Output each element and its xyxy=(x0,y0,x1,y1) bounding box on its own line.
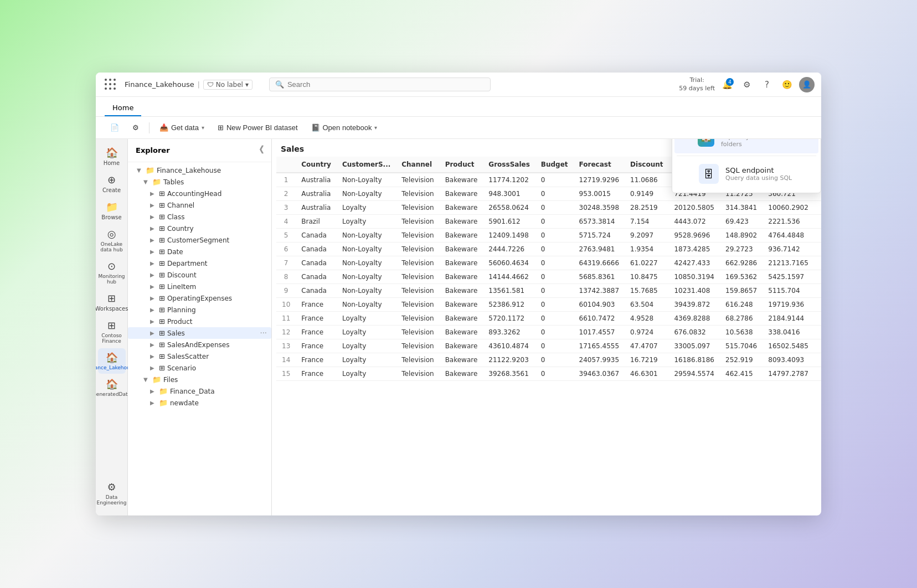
sidebar-item-label: Workspaces xyxy=(96,306,128,312)
sidebar-item-browse[interactable]: 📁 Browse xyxy=(98,198,126,224)
tree-node-lineitem[interactable]: ▶ ⊞ LineItem xyxy=(128,281,271,292)
node-label: OperatingExpenses xyxy=(167,295,267,302)
table-cell: 10231.408 xyxy=(668,284,720,298)
tree-node-product[interactable]: ▶ ⊞ Product xyxy=(128,316,271,327)
node-label: Scenario xyxy=(167,364,267,372)
table-cell: Non-Loyalty xyxy=(337,187,396,201)
app-launcher-icon[interactable] xyxy=(102,76,119,93)
col-channel[interactable]: Channel xyxy=(396,157,439,173)
col-forecast[interactable]: Forecast xyxy=(574,157,625,173)
expand-icon: ▶ xyxy=(150,353,157,359)
table-icon: ⊞ xyxy=(159,201,165,209)
expand-icon: ▶ xyxy=(150,295,157,301)
sidebar-item-generateddata[interactable]: 🏠 GeneratedData xyxy=(98,375,126,400)
sidebar-item-data-engineering[interactable]: ⚙ Data Engineering xyxy=(98,478,126,509)
node-label: AccountingHead xyxy=(167,190,267,198)
tree-node-country[interactable]: ▶ ⊞ Country xyxy=(128,223,271,234)
files-folder-icon: 📁 xyxy=(152,375,161,384)
tree-node-date[interactable]: ▶ ⊞ Date xyxy=(128,246,271,257)
dropdown-item-lakehouse[interactable]: ✓ 🏠 Lakehouse Explore your data files an… xyxy=(674,139,818,153)
table-cell: 16186.8186 xyxy=(668,353,720,367)
trial-info: Trial: 59 days left xyxy=(679,76,715,92)
node-label: Product xyxy=(167,318,267,326)
col-budget[interactable]: Budget xyxy=(535,157,574,173)
user-avatar[interactable]: 👤 xyxy=(799,77,815,92)
help-icon[interactable]: ? xyxy=(759,77,775,92)
tree-node-accountinghead[interactable]: ▶ ⊞ AccountingHead xyxy=(128,188,271,199)
table-cell: Canada xyxy=(296,284,337,298)
search-input[interactable] xyxy=(287,80,485,89)
finance-lak-icon: 🏠 xyxy=(106,352,118,363)
lakehouse-dropdown-icon: 🏠 xyxy=(698,139,714,147)
tree-node-class[interactable]: ▶ ⊞ Class xyxy=(128,211,271,223)
table-cell: 60104.903 xyxy=(574,298,625,312)
workspace-name[interactable]: Finance_Lakehouse xyxy=(125,80,194,89)
tree-node-tables[interactable]: ▼ 📁 Tables xyxy=(128,176,271,188)
col-discount[interactable]: Discount xyxy=(625,157,668,173)
expand-icon: ▶ xyxy=(150,237,157,243)
sidebar-item-workspaces[interactable]: ⊞ Workspaces xyxy=(98,289,126,315)
col-country[interactable]: Country xyxy=(296,157,337,173)
dropdown-item-sql-endpoint[interactable]: 🗄 SQL endpoint Query data using SQL xyxy=(674,158,818,189)
tree-node-department[interactable]: ▶ ⊞ Department xyxy=(128,257,271,269)
tree-node-channel[interactable]: ▶ ⊞ Channel xyxy=(128,199,271,211)
feedback-icon[interactable]: 🙂 xyxy=(779,77,795,92)
tree-node-operatingexpenses[interactable]: ▶ ⊞ OperatingExpenses xyxy=(128,292,271,304)
sidebar-item-create[interactable]: ⊕ Create xyxy=(98,171,126,197)
label-tag[interactable]: 🛡 No label ▾ xyxy=(203,80,253,90)
search-icon: 🔍 xyxy=(275,80,284,89)
sidebar-item-monitoring[interactable]: ⊙ Monitoring hub xyxy=(98,257,126,288)
tree-node-finance-lakehouse[interactable]: ▼ 📁 Finance_Lakehouse xyxy=(128,164,271,176)
table-icon: ⊞ xyxy=(159,259,165,267)
tree-node-files[interactable]: ▼ 📁 Files xyxy=(128,374,271,385)
search-box[interactable]: 🔍 xyxy=(269,78,491,91)
notifications-button[interactable]: 🔔 4 xyxy=(719,77,735,92)
tab-home[interactable]: Home xyxy=(105,100,141,116)
node-label: Planning xyxy=(167,306,267,314)
tree-node-customersegment[interactable]: ▶ ⊞ CustomerSegment xyxy=(128,234,271,246)
expand-icon: ▶ xyxy=(150,400,157,406)
expand-icon: ▼ xyxy=(143,376,150,383)
tree-node-newdate[interactable]: ▶ 📁 newdate xyxy=(128,397,271,409)
data-table-wrapper[interactable]: Country CustomerS... Channel Product Gro… xyxy=(272,157,821,515)
tree-node-scenario[interactable]: ▶ ⊞ Scenario xyxy=(128,362,271,374)
explorer-close-button[interactable]: 《 xyxy=(255,145,264,156)
open-notebook-button[interactable]: 📓 Open notebook ▾ xyxy=(306,121,383,134)
sidebar-item-label: Browse xyxy=(101,214,121,220)
table-cell: Bakeware xyxy=(440,229,483,243)
table-row: 14FranceLoyaltyTelevisionBakeware21122.9… xyxy=(276,353,821,367)
node-label: SalesScatter xyxy=(167,353,267,360)
shield-icon: 🛡 xyxy=(207,81,214,89)
get-data-button[interactable]: 📥 Get data ▾ xyxy=(154,121,210,134)
sidebar-item-home[interactable]: 🏠 Home xyxy=(98,143,126,169)
tree-node-salesscatter[interactable]: ▶ ⊞ SalesScatter xyxy=(128,350,271,362)
settings-icon[interactable]: ⚙ xyxy=(739,77,755,92)
sidebar-item-onelake[interactable]: ◎ OneLake data hub xyxy=(98,225,126,256)
tree-node-planning[interactable]: ▶ ⊞ Planning xyxy=(128,304,271,316)
expand-icon: ▶ xyxy=(150,283,157,290)
tree-node-sales[interactable]: ▶ ⊞ Sales ··· xyxy=(128,327,271,339)
tree-node-discount[interactable]: ▶ ⊞ Discount xyxy=(128,269,271,281)
table-row: 11FranceLoyaltyTelevisionBakeware5720.11… xyxy=(276,312,821,326)
node-more-button[interactable]: ··· xyxy=(260,329,267,337)
table-cell: Australia xyxy=(296,173,337,187)
sidebar-item-finance-lakehouse[interactable]: 🏠 Finance_Lakehouse xyxy=(98,348,126,374)
toolbar-icon-btn[interactable]: 📄 xyxy=(105,121,125,134)
tree-node-salesandexpenses[interactable]: ▶ ⊞ SalesAndExpenses xyxy=(128,339,271,350)
col-grosssales[interactable]: GrossSales xyxy=(483,157,535,173)
col-product[interactable]: Product xyxy=(440,157,483,173)
expand-icon: ▼ xyxy=(137,167,143,173)
new-powerbi-button[interactable]: ⊞ New Power BI dataset xyxy=(212,121,303,134)
explorer-title: Explorer xyxy=(136,146,170,154)
table-cell: Television xyxy=(396,312,439,326)
toolbar-settings-btn[interactable]: ⚙ xyxy=(127,121,145,134)
tree-node-finance-data[interactable]: ▶ 📁 Finance_Data xyxy=(128,385,271,397)
col-customersegment[interactable]: CustomerS... xyxy=(337,157,396,173)
col-rownum xyxy=(276,157,296,173)
breadcrumb: Finance_Lakehouse | 🛡 No label ▾ xyxy=(125,80,253,90)
table-cell: 41472 xyxy=(816,298,821,312)
table-cell: Brazil xyxy=(296,215,337,229)
chevron-icon: ▾ xyxy=(245,81,249,89)
sidebar-item-contoso[interactable]: ⊞ Contoso Finance xyxy=(98,316,126,347)
node-label: Department xyxy=(167,260,267,267)
